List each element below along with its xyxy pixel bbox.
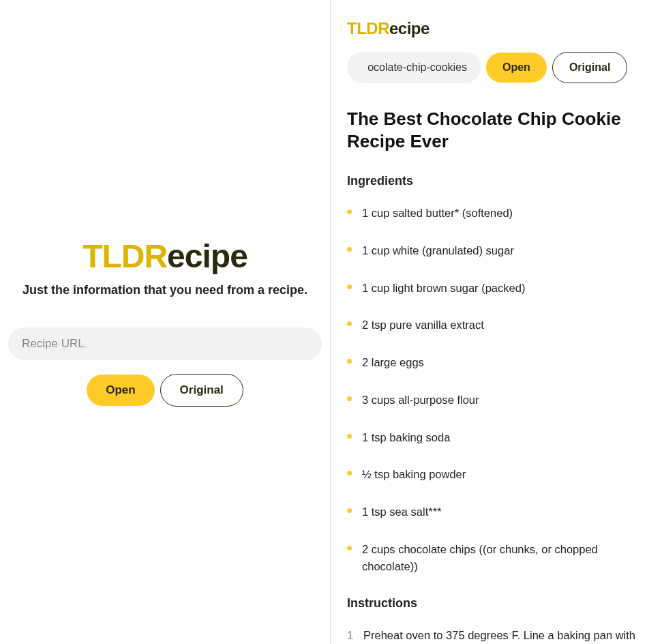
ingredient-item: 2 tsp pure vanilla extract — [347, 317, 646, 334]
ingredient-item: 1 cup light brown sugar (packed) — [347, 280, 646, 297]
tagline: Just the information that you need from … — [22, 283, 307, 297]
original-button-right[interactable]: Original — [552, 52, 627, 83]
ingredient-item: 1 tsp baking soda — [347, 429, 646, 446]
original-button[interactable]: Original — [160, 374, 243, 407]
open-button-right[interactable]: Open — [486, 53, 547, 83]
ingredient-item: 2 cups chocolate chips ((or chunks, or c… — [347, 541, 646, 575]
instructions-list: Preheat oven to 375 degrees F. Line a ba… — [347, 627, 646, 644]
logo-rest-small: ecipe — [389, 19, 430, 38]
ingredient-item: 3 cups all-purpose flour — [347, 392, 646, 409]
right-pane: TLDRecipe Open Original The Best Chocola… — [331, 0, 662, 644]
logo-accent: TLDR — [82, 238, 167, 274]
ingredient-item: 1 cup white (granulated) sugar — [347, 242, 646, 259]
ingredient-item: 1 cup salted butter* (softened) — [347, 205, 646, 222]
logo-small: TLDRecipe — [347, 19, 646, 38]
open-button[interactable]: Open — [87, 375, 154, 406]
ingredient-item: 1 tsp sea salt*** — [347, 503, 646, 521]
recipe-title: The Best Chocolate Chip Cookie Recipe Ev… — [347, 108, 646, 152]
right-header: Open Original — [347, 52, 646, 83]
ingredients-header: Ingredients — [347, 174, 646, 188]
left-pane: TLDRecipe Just the information that you … — [0, 0, 331, 644]
ingredient-item: 2 large eggs — [347, 354, 646, 371]
logo: TLDRecipe — [82, 237, 247, 275]
ingredient-item: ½ tsp baking powder — [347, 466, 646, 483]
logo-accent-small: TLDR — [347, 19, 389, 38]
logo-rest: ecipe — [167, 238, 247, 274]
button-row-left: Open Original — [87, 374, 243, 407]
recipe-url-input-right[interactable] — [347, 52, 481, 83]
instruction-item: Preheat oven to 375 degrees F. Line a ba… — [347, 627, 646, 644]
recipe-url-input[interactable] — [8, 327, 322, 360]
ingredients-list: 1 cup salted butter* (softened)1 cup whi… — [347, 205, 646, 574]
instructions-header: Instructions — [347, 596, 646, 611]
